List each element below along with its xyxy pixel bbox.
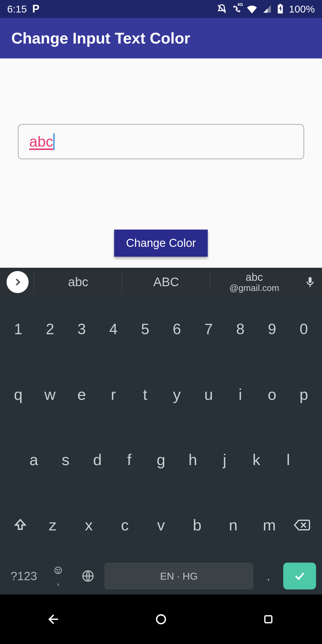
dnd-off-icon bbox=[217, 4, 227, 14]
text-input[interactable]: abc bbox=[18, 124, 304, 159]
app-bar: Change Input Text Color bbox=[0, 18, 322, 58]
voice-input-button[interactable] bbox=[298, 276, 322, 288]
pandora-icon: P bbox=[32, 3, 39, 15]
nav-back-button[interactable] bbox=[36, 609, 72, 630]
key-y[interactable]: y bbox=[161, 386, 193, 403]
emoji-icon bbox=[54, 566, 63, 575]
period-key[interactable]: . bbox=[256, 563, 280, 589]
key-0[interactable]: 0 bbox=[288, 321, 320, 338]
key-z[interactable]: z bbox=[35, 516, 71, 534]
nav-home-button[interactable] bbox=[143, 609, 179, 630]
nav-recents-button[interactable] bbox=[250, 609, 286, 630]
key-q[interactable]: q bbox=[2, 386, 34, 403]
key-k[interactable]: k bbox=[241, 451, 273, 469]
key-m[interactable]: m bbox=[251, 516, 287, 534]
svg-rect-2 bbox=[309, 277, 312, 283]
status-time: 6:15 bbox=[7, 3, 27, 15]
suggestion-3-top: abc bbox=[246, 271, 263, 283]
svg-point-8 bbox=[157, 615, 165, 623]
suggestion-3[interactable]: abc @gmail.com bbox=[210, 273, 298, 292]
key-8[interactable]: 8 bbox=[225, 321, 256, 338]
key-l[interactable]: l bbox=[272, 451, 304, 469]
suggestion-2[interactable]: ABC bbox=[122, 273, 210, 292]
signal-icon bbox=[263, 4, 272, 13]
space-key[interactable]: EN · HG bbox=[104, 563, 253, 589]
key-3[interactable]: 3 bbox=[66, 321, 97, 338]
key-g[interactable]: g bbox=[145, 451, 177, 469]
key-h[interactable]: h bbox=[177, 451, 209, 469]
enter-key[interactable] bbox=[283, 563, 316, 589]
letter-row-1: q w e r t y u i o p bbox=[0, 362, 322, 427]
shift-key[interactable] bbox=[6, 518, 35, 532]
battery-percent: 100% bbox=[289, 3, 315, 15]
key-6[interactable]: 6 bbox=[161, 321, 193, 338]
navigation-bar bbox=[0, 595, 322, 644]
key-2[interactable]: 2 bbox=[34, 321, 66, 338]
key-w[interactable]: w bbox=[34, 386, 66, 403]
expand-suggestions-button[interactable] bbox=[7, 271, 29, 293]
suggestion-3-bottom: @gmail.com bbox=[229, 283, 279, 293]
key-j[interactable]: j bbox=[209, 451, 241, 469]
svg-rect-1 bbox=[279, 4, 281, 5]
key-1[interactable]: 1 bbox=[2, 321, 34, 338]
key-b[interactable]: b bbox=[179, 516, 215, 534]
key-a[interactable]: a bbox=[18, 451, 50, 469]
svg-rect-3 bbox=[309, 285, 310, 287]
content-area: abc Change Color bbox=[0, 58, 322, 268]
text-input-value: abc bbox=[29, 133, 53, 150]
key-r[interactable]: r bbox=[97, 386, 129, 403]
key-x[interactable]: x bbox=[71, 516, 107, 534]
emoji-key[interactable]: , bbox=[45, 563, 72, 589]
key-d[interactable]: d bbox=[81, 451, 113, 469]
letter-row-2: a s d f g h j k l bbox=[0, 427, 322, 492]
key-s[interactable]: s bbox=[50, 451, 82, 469]
suggestion-bar: abc ABC abc @gmail.com bbox=[0, 268, 322, 296]
key-5[interactable]: 5 bbox=[129, 321, 161, 338]
text-cursor bbox=[53, 133, 55, 150]
key-7[interactable]: 7 bbox=[193, 321, 224, 338]
app-title: Change Input Text Color bbox=[11, 29, 190, 47]
key-c[interactable]: c bbox=[107, 516, 143, 534]
backspace-key[interactable] bbox=[287, 519, 316, 531]
svg-point-6 bbox=[59, 569, 60, 570]
key-o[interactable]: o bbox=[256, 386, 288, 403]
key-v[interactable]: v bbox=[143, 516, 179, 534]
number-row: 1 2 3 4 5 6 7 8 9 0 bbox=[0, 296, 322, 362]
bottom-row: ?123 , EN · HG . bbox=[0, 558, 322, 595]
key-u[interactable]: u bbox=[193, 386, 224, 403]
svg-point-4 bbox=[55, 567, 62, 574]
symbols-key[interactable]: ?123 bbox=[6, 563, 42, 589]
phone-4g-icon: 4G bbox=[232, 4, 241, 13]
key-9[interactable]: 9 bbox=[256, 321, 288, 338]
suggestion-1[interactable]: abc bbox=[34, 273, 122, 292]
battery-charging-icon bbox=[277, 4, 284, 14]
language-key[interactable] bbox=[75, 563, 101, 589]
wifi-icon bbox=[247, 4, 257, 13]
soft-keyboard: abc ABC abc @gmail.com 1 2 3 4 5 6 7 8 9… bbox=[0, 268, 322, 595]
key-e[interactable]: e bbox=[66, 386, 97, 403]
key-4[interactable]: 4 bbox=[97, 321, 129, 338]
key-i[interactable]: i bbox=[225, 386, 256, 403]
svg-rect-9 bbox=[265, 616, 272, 623]
svg-point-5 bbox=[57, 569, 58, 570]
key-p[interactable]: p bbox=[288, 386, 320, 403]
change-color-button[interactable]: Change Color bbox=[114, 230, 208, 257]
status-bar: 6:15 P 4G 100% bbox=[0, 0, 322, 18]
comma-label: , bbox=[57, 576, 59, 586]
key-n[interactable]: n bbox=[215, 516, 251, 534]
key-f[interactable]: f bbox=[113, 451, 145, 469]
key-t[interactable]: t bbox=[129, 386, 161, 403]
letter-row-3: z x c v b n m bbox=[0, 492, 322, 558]
